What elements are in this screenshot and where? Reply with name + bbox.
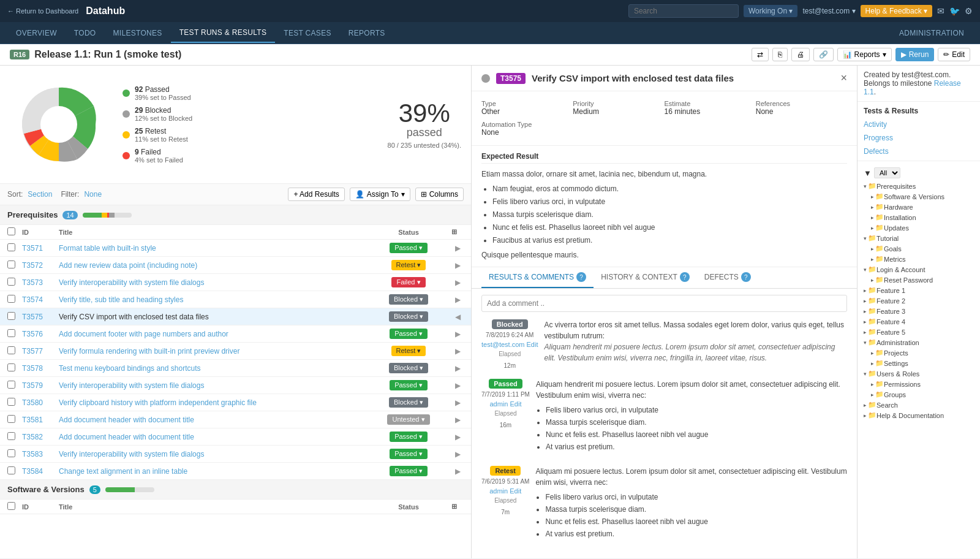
tree-node-metrics[interactable]: ▸ 📁 Metrics: [860, 254, 978, 264]
tree-node-search[interactable]: ▸ 📁 Search: [860, 400, 978, 410]
row-checkbox[interactable]: [7, 295, 15, 303]
comment-user[interactable]: admin Edit: [489, 400, 521, 408]
tree-node-feature-2[interactable]: ▸ 📁 Feature 2: [860, 295, 978, 306]
row-checkbox[interactable]: [7, 346, 15, 354]
row-expand-icon[interactable]: ▶: [451, 467, 464, 476]
twitter-icon[interactable]: 🐦: [949, 6, 960, 16]
comment-user[interactable]: admin Edit: [489, 487, 521, 495]
tree-node-goals[interactable]: ▸ 📁 Goals: [860, 243, 978, 254]
nav-item-reports[interactable]: REPORTS: [340, 24, 394, 42]
tab-results-comments[interactable]: RESULTS & COMMENTS ?: [481, 267, 594, 288]
settings-icon[interactable]: ⚙: [965, 6, 973, 16]
table-row[interactable]: T3584 Change text alignment in an inline…: [0, 463, 471, 480]
status-badge[interactable]: Failed ▾: [391, 277, 425, 287]
row-checkbox[interactable]: [7, 278, 15, 286]
row-checkbox[interactable]: [7, 243, 15, 251]
tree-node-feature-5[interactable]: ▸ 📁 Feature 5: [860, 327, 978, 337]
tree-node-tutorial[interactable]: ▾ 📁 Tutorial: [860, 233, 978, 243]
select-all-checkbox[interactable]: [7, 227, 15, 235]
table-row[interactable]: T3578 Test menu keyboard bindings and sh…: [0, 360, 471, 377]
working-on-button[interactable]: Working On ▾: [744, 5, 797, 17]
reports-button[interactable]: 📊 Reports ▾: [837, 48, 892, 61]
row-checkbox[interactable]: [7, 260, 15, 268]
tree-node-feature-1[interactable]: ▸ 📁 Feature 1: [860, 285, 978, 295]
row-expand-icon[interactable]: ◀: [451, 313, 464, 321]
table-row[interactable]: T3582 Add document header with document …: [0, 428, 471, 446]
tree-node-reset-password[interactable]: ▸ 📁 Reset Password: [860, 275, 978, 285]
status-badge[interactable]: Passed ▾: [390, 380, 428, 390]
row-checkbox[interactable]: [7, 329, 15, 337]
tree-node-permissions[interactable]: ▸ 📁 Permissions: [860, 379, 978, 389]
row-expand-icon[interactable]: ▶: [451, 295, 464, 304]
icon-btn-link[interactable]: 🔗: [813, 48, 834, 61]
comment-input[interactable]: [481, 295, 847, 312]
tree-node-prerequisites[interactable]: ▾ 📁 Prerequisites: [860, 181, 978, 191]
icon-btn-compare[interactable]: ⇄: [752, 48, 769, 61]
right-tab-tests-results[interactable]: Tests & Results: [864, 105, 974, 116]
comment-user[interactable]: test@test.com Edit: [481, 341, 538, 348]
table-row[interactable]: T3572 Add new review data point (includi…: [0, 257, 471, 274]
table-row[interactable]: T3575 Verify CSV import with enclosed te…: [0, 308, 471, 325]
search-input[interactable]: [628, 4, 739, 18]
row-checkbox[interactable]: [7, 398, 15, 406]
row-expand-icon[interactable]: ▶: [451, 364, 464, 373]
status-badge[interactable]: Retest ▾: [391, 346, 426, 356]
row-expand-icon[interactable]: ▶: [451, 433, 464, 441]
tree-node-users--roles[interactable]: ▾ 📁 Users & Roles: [860, 368, 978, 379]
tree-node-feature-3[interactable]: ▸ 📁 Feature 3: [860, 306, 978, 316]
status-badge[interactable]: Untested ▾: [387, 414, 429, 425]
nav-item-test-cases[interactable]: TEST CASES: [275, 24, 339, 42]
row-checkbox[interactable]: [7, 449, 15, 457]
row-expand-icon[interactable]: ▶: [451, 416, 464, 424]
right-tab-defects[interactable]: Defects: [864, 146, 974, 157]
right-tab-activity[interactable]: Activity: [864, 119, 974, 130]
right-tab-progress[interactable]: Progress: [864, 132, 974, 143]
rerun-button[interactable]: ▶ Rerun: [895, 48, 935, 61]
tab-defects[interactable]: DEFECTS ?: [697, 267, 758, 288]
edit-comment-link[interactable]: Edit: [527, 341, 538, 348]
edit-comment-link[interactable]: Edit: [510, 487, 521, 495]
nav-item-administration[interactable]: ADMINISTRATION: [891, 24, 973, 42]
columns-button[interactable]: ⊞ Columns: [415, 188, 464, 201]
section-software-versions[interactable]: Software & Versions 5: [0, 480, 471, 500]
section-prerequisites[interactable]: Prerequisites 14: [0, 205, 471, 225]
tree-node-settings[interactable]: ▸ 📁 Settings: [860, 358, 978, 368]
add-results-button[interactable]: + Add Results: [288, 188, 344, 201]
row-checkbox[interactable]: [7, 312, 15, 320]
tree-node-updates[interactable]: ▸ 📁 Updates: [860, 222, 978, 233]
tree-node-installation[interactable]: ▸ 📁 Installation: [860, 212, 978, 222]
row-expand-icon[interactable]: ▶: [451, 330, 464, 338]
tree-node-groups[interactable]: ▸ 📁 Groups: [860, 389, 978, 400]
row-expand-icon[interactable]: ▶: [451, 450, 464, 458]
row-expand-icon[interactable]: ▶: [451, 398, 464, 407]
tree-filter-select[interactable]: All: [874, 167, 900, 178]
row-checkbox[interactable]: [7, 363, 15, 371]
table-row[interactable]: T3581 Add document header with document …: [0, 411, 471, 428]
tree-node-help--documentation[interactable]: ▸ 📁 Help & Documentation: [860, 410, 978, 420]
table-row[interactable]: T3577 Verify formula rendering with buil…: [0, 343, 471, 360]
tree-node-projects[interactable]: ▸ 📁 Projects: [860, 348, 978, 358]
row-checkbox[interactable]: [7, 415, 15, 423]
status-badge[interactable]: Blocked ▾: [389, 294, 428, 305]
nav-item-test-runs[interactable]: TEST RUNS & RESULTS: [171, 23, 276, 43]
row-expand-icon[interactable]: ▶: [451, 261, 464, 270]
table-row[interactable]: T3574 Verify title, sub title and headin…: [0, 291, 471, 308]
nav-item-milestones[interactable]: MILESTONES: [105, 24, 171, 42]
filter-value[interactable]: None: [84, 190, 102, 199]
return-to-dashboard-link[interactable]: ← Return to Dashboard: [7, 7, 78, 15]
table-row[interactable]: T3580 Verify clipboard history with plat…: [0, 394, 471, 411]
help-feedback-button[interactable]: Help & Feedback ▾: [861, 5, 932, 17]
close-detail-button[interactable]: ×: [840, 72, 847, 85]
status-badge[interactable]: Passed ▾: [390, 432, 428, 442]
nav-item-overview[interactable]: OVERVIEW: [7, 24, 66, 42]
edit-button[interactable]: ✏ Edit: [938, 48, 970, 61]
table-row[interactable]: T3573 Verify interoperability with syste…: [0, 274, 471, 291]
status-badge[interactable]: Blocked ▾: [389, 311, 428, 322]
email-icon[interactable]: ✉: [937, 6, 944, 16]
tab-history-context[interactable]: HISTORY & CONTEXT ?: [594, 267, 697, 288]
table-row[interactable]: T3576 Add document footer with page numb…: [0, 325, 471, 343]
sort-value[interactable]: Section: [28, 190, 52, 199]
row-expand-icon[interactable]: ▶: [451, 244, 464, 253]
row-checkbox[interactable]: [7, 432, 15, 440]
tree-node-hardware[interactable]: ▸ 📁 Hardware: [860, 202, 978, 212]
